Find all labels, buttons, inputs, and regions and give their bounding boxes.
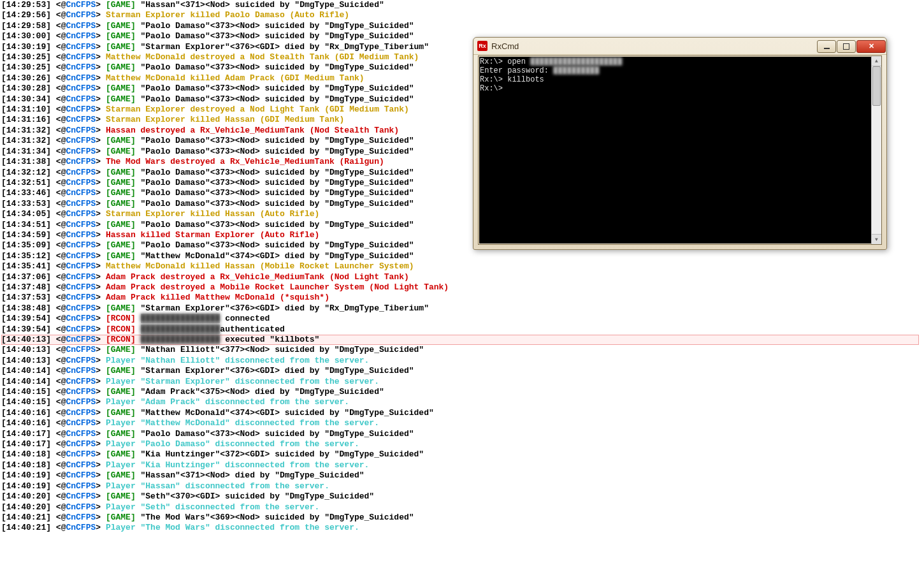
log-line: [14:38:48] <@CnCFPS> [GAME] "Starman Exp… — [1, 303, 919, 314]
log-line: [14:40:13] <@CnCFPS> [RCON] ████████████… — [1, 335, 919, 345]
log-line: [14:29:56] <@CnCFPS> Starman Explorer ki… — [1, 10, 919, 20]
log-line: [14:39:54] <@CnCFPS> [RCON] ████████████… — [1, 324, 919, 335]
maximize-button[interactable] — [837, 40, 856, 53]
rxcmd-title: RxCmd — [491, 41, 519, 51]
close-button[interactable] — [856, 40, 886, 53]
log-line: [14:37:06] <@CnCFPS> Adam Prack destroye… — [1, 272, 919, 282]
window-buttons — [817, 40, 886, 53]
rxcmd-window[interactable]: RxCmd Rx:\> open ████████████████████ En… — [473, 37, 887, 250]
scroll-thumb[interactable] — [872, 66, 881, 106]
log-line: [14:40:18] <@CnCFPS> [GAME] "Kia Huntzin… — [1, 449, 919, 460]
rxcmd-titlebar[interactable]: RxCmd — [473, 38, 886, 55]
log-line: [14:37:48] <@CnCFPS> Adam Prack destroye… — [1, 282, 919, 293]
log-line: [14:40:19] <@CnCFPS> [GAME] "Hassan"<371… — [1, 470, 919, 481]
scroll-up-icon[interactable]: ▲ — [872, 56, 881, 66]
log-line: [14:40:19] <@CnCFPS> Player "Hassan" dis… — [1, 481, 919, 492]
log-line: [14:40:16] <@CnCFPS> [GAME] "Matthew McD… — [1, 408, 919, 418]
log-line: [14:40:17] <@CnCFPS> [GAME] "Paolo Damas… — [1, 429, 919, 439]
log-line: [14:35:41] <@CnCFPS> Matthew McDonald ki… — [1, 261, 919, 272]
log-line: [14:39:54] <@CnCFPS> [RCON] ████████████… — [1, 314, 919, 324]
log-line: [14:40:15] <@CnCFPS> [GAME] "Adam Prack"… — [1, 387, 919, 397]
log-line: [14:40:16] <@CnCFPS> Player "Matthew McD… — [1, 418, 919, 428]
log-line: [14:40:14] <@CnCFPS> Player "Starman Exp… — [1, 377, 919, 387]
log-line: [14:40:18] <@CnCFPS> Player "Kia Huntzin… — [1, 460, 919, 470]
log-line: [14:40:21] <@CnCFPS> Player "The Mod War… — [1, 523, 919, 533]
log-line: [14:40:20] <@CnCFPS> [GAME] "Seth"<370><… — [1, 492, 919, 502]
log-line: [14:29:53] <@CnCFPS> [GAME] "Hassan"<371… — [1, 0, 919, 10]
log-line: [14:40:13] <@CnCFPS> Player "Nathan Elli… — [1, 356, 919, 366]
minimize-button[interactable] — [817, 40, 836, 53]
log-line: [14:40:13] <@CnCFPS> [GAME] "Nathan Elli… — [1, 345, 919, 355]
log-line: [14:29:58] <@CnCFPS> [GAME] "Paolo Damas… — [1, 21, 919, 31]
rxcmd-scrollbar[interactable]: ▲ ▼ — [871, 56, 881, 244]
scroll-down-icon[interactable]: ▼ — [872, 234, 881, 244]
log-line: [14:40:15] <@CnCFPS> Player "Adam Prack"… — [1, 397, 919, 407]
rxcmd-terminal[interactable]: Rx:\> open ████████████████████ Enter pa… — [480, 57, 871, 243]
rxcmd-client-area: Rx:\> open ████████████████████ Enter pa… — [478, 55, 882, 245]
log-line: [14:37:53] <@CnCFPS> Adam Prack killed M… — [1, 293, 919, 303]
log-line: [14:35:12] <@CnCFPS> [GAME] "Matthew McD… — [1, 251, 919, 261]
log-line: [14:40:21] <@CnCFPS> [GAME] "The Mod War… — [1, 513, 919, 523]
log-line: [14:40:17] <@CnCFPS> Player "Paolo Damas… — [1, 439, 919, 449]
log-line: [14:40:14] <@CnCFPS> [GAME] "Starman Exp… — [1, 366, 919, 376]
rxcmd-app-icon — [477, 41, 487, 51]
log-line: [14:40:20] <@CnCFPS> Player "Seth" disco… — [1, 502, 919, 513]
